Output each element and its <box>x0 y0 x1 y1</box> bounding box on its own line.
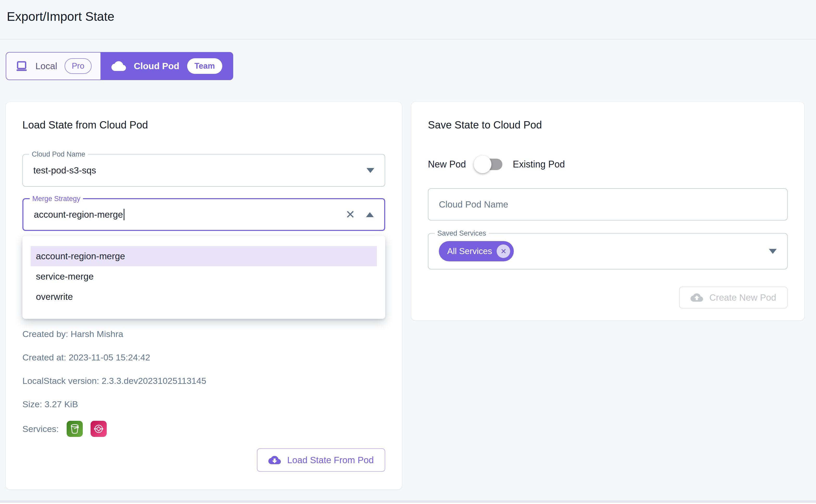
option-account-region-merge[interactable]: account-region-merge <box>31 246 377 266</box>
sqs-queue-icon <box>91 421 107 437</box>
chevron-down-icon <box>367 168 374 173</box>
chevron-down-icon <box>769 249 777 254</box>
circle-x-icon[interactable]: ✕ <box>497 244 510 258</box>
meta-size: Size: 3.27 KiB <box>22 399 385 409</box>
create-new-pod-button[interactable]: Create New Pod <box>679 287 788 308</box>
cloud-download-icon <box>268 454 281 466</box>
switch-thumb <box>474 156 491 173</box>
existing-pod-label: Existing Pod <box>513 159 565 170</box>
cloud-pod-name-select-value: test-pod-s3-sqs <box>33 165 96 176</box>
all-services-chip: All Services ✕ <box>439 241 514 261</box>
save-card-title: Save State to Cloud Pod <box>428 119 788 131</box>
cloud-icon <box>111 59 126 73</box>
option-service-merge[interactable]: service-merge <box>31 266 377 287</box>
merge-strategy-label: Merge Strategy <box>30 195 83 203</box>
pod-mode-switch[interactable] <box>474 155 505 174</box>
tab-local[interactable]: Local Pro <box>6 52 100 80</box>
tab-cloud-pod[interactable]: Cloud Pod Team <box>100 52 233 80</box>
services-label: Services: <box>22 424 59 434</box>
meta-created-at: Created at: 2023-11-05 15:24:42 <box>22 352 385 363</box>
cloud-upload-icon <box>691 291 703 304</box>
saved-services-field[interactable]: Saved Services All Services ✕ <box>428 233 788 269</box>
bottom-strip <box>0 503 816 504</box>
merge-strategy-combobox[interactable]: Merge Strategy account-region-merge ✕ <box>22 198 385 231</box>
s3-bucket-icon <box>67 421 83 437</box>
team-badge: Team <box>187 58 222 74</box>
horizontal-scrollbar[interactable] <box>0 500 816 503</box>
clear-icon[interactable]: ✕ <box>345 209 355 220</box>
merge-strategy-listbox: account-region-merge service-merge overw… <box>22 236 385 319</box>
create-new-pod-button-label: Create New Pod <box>709 292 776 303</box>
save-state-card: Save State to Cloud Pod New Pod Existing… <box>411 102 804 320</box>
merge-strategy-value: account-region-merge <box>34 209 123 220</box>
tab-local-label: Local <box>35 61 57 71</box>
page-title: Export/Import State <box>7 9 114 24</box>
load-state-button-label: Load State From Pod <box>287 455 374 465</box>
load-state-button[interactable]: Load State From Pod <box>257 448 385 472</box>
text-caret <box>124 209 124 220</box>
load-card-title: Load State from Cloud Pod <box>22 119 385 131</box>
cloud-pod-name-select[interactable]: Cloud Pod Name test-pod-s3-sqs <box>22 154 385 187</box>
tab-cloud-pod-label: Cloud Pod <box>134 61 179 71</box>
laptop-icon <box>15 60 28 73</box>
saved-services-label: Saved Services <box>435 229 489 237</box>
load-state-card: Load State from Cloud Pod Cloud Pod Name… <box>6 102 402 489</box>
cloud-pod-name-input[interactable] <box>428 188 788 221</box>
header-divider <box>0 39 816 40</box>
meta-localstack-version: LocalStack version: 2.3.3.dev20231025113… <box>22 376 385 386</box>
all-services-chip-label: All Services <box>447 246 492 256</box>
pro-badge: Pro <box>64 58 92 74</box>
chevron-up-icon[interactable] <box>366 212 374 217</box>
state-mode-segmented-control: Local Pro Cloud Pod Team <box>6 52 233 80</box>
services-row: Services: <box>22 421 385 437</box>
new-pod-label: New Pod <box>428 159 466 170</box>
meta-created-by: Created by: Harsh Mishra <box>22 329 385 339</box>
pod-mode-toggle-row: New Pod Existing Pod <box>428 155 788 174</box>
cloud-pod-name-select-label: Cloud Pod Name <box>29 150 88 158</box>
option-overwrite[interactable]: overwrite <box>31 287 377 307</box>
